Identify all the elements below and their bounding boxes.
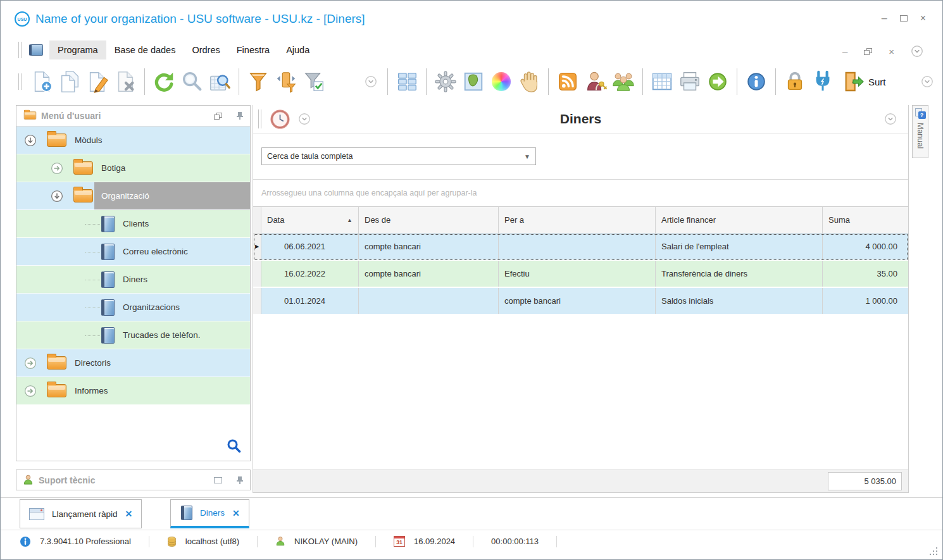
- tree-search-icon[interactable]: [227, 439, 241, 453]
- user-permissions-button[interactable]: [582, 67, 609, 96]
- table-cell[interactable]: 06.06.2021: [261, 233, 359, 259]
- support-panel[interactable]: Suport tècnic: [16, 470, 251, 490]
- column-header-per-a[interactable]: Per a: [499, 207, 656, 233]
- filter-button[interactable]: [244, 67, 272, 96]
- menu-item-base-de-dades[interactable]: Base de dades: [106, 40, 184, 59]
- table-cell[interactable]: [499, 233, 656, 259]
- table-cell[interactable]: 16.02.2022: [261, 261, 359, 287]
- expand-right-icon[interactable]: [24, 385, 37, 397]
- group-by-hint[interactable]: Arrossegueu una columna que encapçala aq…: [253, 180, 908, 206]
- table-cell[interactable]: Transferència de diners: [656, 261, 823, 287]
- tree-item-m-duls[interactable]: Mòduls: [16, 127, 250, 154]
- table-view-button[interactable]: [648, 67, 676, 96]
- add-record-button[interactable]: [28, 67, 56, 96]
- table-cell[interactable]: Efectiu: [499, 261, 656, 287]
- tree-item-organitzacions[interactable]: Organitzacions: [16, 294, 250, 321]
- tiles-icon: [395, 70, 419, 94]
- exit-button[interactable]: Surt: [837, 67, 890, 96]
- table-cell[interactable]: 01.01.2024: [261, 288, 359, 314]
- toolbar-grip[interactable]: [18, 42, 22, 58]
- filter-column-button[interactable]: [272, 67, 300, 96]
- mdi-minimize-button[interactable]: –: [842, 46, 847, 57]
- users-button[interactable]: [609, 67, 637, 96]
- expand-right-icon[interactable]: [51, 162, 63, 175]
- copy-record-button[interactable]: [56, 67, 84, 96]
- tab-close-icon[interactable]: ✕: [125, 509, 133, 519]
- tree-item-correu-electr-nic[interactable]: Correu electrònic: [16, 238, 250, 266]
- expand-right-icon[interactable]: [24, 357, 37, 370]
- block-button[interactable]: [515, 67, 543, 96]
- table-cell[interactable]: compte bancari: [359, 233, 499, 259]
- resize-grip[interactable]: [929, 547, 939, 556]
- tab-llan-ament-r-pid[interactable]: Llançament ràpid✕: [20, 499, 142, 528]
- document-pencil-icon: [85, 70, 109, 94]
- manual-tab[interactable]: ? Manual: [912, 105, 928, 158]
- column-header-des-de[interactable]: Des de: [359, 207, 499, 233]
- table-cell[interactable]: compte bancari: [359, 261, 499, 287]
- connection-button[interactable]: [809, 67, 837, 96]
- edit-record-button[interactable]: [84, 67, 111, 96]
- toolbar-overflow-chevron-icon[interactable]: [921, 75, 934, 88]
- menu-item-programa[interactable]: Programa: [49, 40, 106, 59]
- tab-close-icon[interactable]: ✕: [232, 508, 240, 518]
- table-row[interactable]: 16.02.2022compte bancariEfectiuTransferè…: [253, 261, 908, 288]
- filter-saved-button[interactable]: [300, 67, 328, 96]
- tree-item-directoris[interactable]: Directoris: [16, 349, 250, 377]
- expand-panel-icon[interactable]: [214, 477, 222, 483]
- maximize-button[interactable]: [900, 15, 908, 22]
- print-button[interactable]: [676, 67, 704, 96]
- menu-item-ordres[interactable]: Ordres: [184, 40, 228, 59]
- column-header-suma[interactable]: Suma: [823, 207, 902, 233]
- filter-overflow-chevron-icon[interactable]: [365, 75, 377, 88]
- book-icon: [101, 299, 115, 316]
- menu-item-finestra[interactable]: Finestra: [228, 40, 278, 59]
- pin-icon[interactable]: [236, 476, 244, 485]
- table-cell[interactable]: Saldos inicials: [656, 288, 823, 314]
- menu-item-ajuda[interactable]: Ajuda: [278, 40, 318, 59]
- search-row: Cerca de taula completa ▼: [253, 134, 908, 180]
- close-button[interactable]: ×: [920, 13, 926, 23]
- settings-button[interactable]: [432, 67, 459, 96]
- table-row[interactable]: ▶06.06.2021compte bancariSalari de l'emp…: [253, 233, 908, 261]
- mdi-close-button[interactable]: ×: [889, 46, 894, 57]
- tree-item-organitzaci[interactable]: Organització: [16, 182, 250, 210]
- tree-item-trucades-de-tel-fon[interactable]: Trucades de telèfon.: [16, 321, 250, 349]
- float-panel-icon[interactable]: [214, 113, 222, 120]
- table-cell[interactable]: Salari de l'empleat: [656, 233, 823, 259]
- mdi-restore-button[interactable]: [864, 48, 872, 55]
- module-right-chevron-icon[interactable]: [884, 113, 897, 125]
- table-cell[interactable]: 1 000.00: [823, 288, 902, 314]
- tree-item-clients[interactable]: Clients: [16, 210, 250, 238]
- table-cell[interactable]: 35.00: [823, 261, 902, 287]
- table-cell[interactable]: [359, 288, 499, 314]
- tab-diners[interactable]: Diners✕: [170, 499, 249, 528]
- tree-item-label: Botiga: [94, 154, 250, 182]
- toolbar-grip-2[interactable]: [18, 73, 22, 90]
- go-button[interactable]: [704, 67, 732, 96]
- table-row[interactable]: 01.01.2024compte bancariSaldos inicials1…: [253, 288, 908, 315]
- tree-item-diners[interactable]: Diners: [16, 266, 250, 294]
- full-table-search-select[interactable]: Cerca de taula completa ▼: [261, 147, 536, 165]
- lock-button[interactable]: [781, 67, 809, 96]
- minimize-button[interactable]: –: [882, 13, 887, 23]
- column-header-data[interactable]: Data▲: [261, 207, 359, 233]
- refresh-button[interactable]: [150, 67, 178, 96]
- column-header-article-financer[interactable]: Article financer: [656, 207, 823, 233]
- tree-item-informes[interactable]: Informes: [16, 377, 250, 405]
- windows-layout-button[interactable]: [393, 67, 421, 96]
- search-button[interactable]: [178, 67, 206, 96]
- appearance-button[interactable]: [487, 67, 515, 96]
- delete-record-button[interactable]: [111, 67, 139, 96]
- info-button[interactable]: [742, 67, 770, 96]
- expand-down-icon[interactable]: [51, 190, 63, 202]
- user-menu-tree: MòdulsBotigaOrganitzacióClientsCorreu el…: [16, 127, 250, 405]
- tree-item-botiga[interactable]: Botiga: [16, 154, 250, 182]
- expand-down-icon[interactable]: [24, 134, 37, 147]
- table-cell[interactable]: 4 000.00: [823, 233, 902, 259]
- search-table-button[interactable]: [206, 67, 234, 96]
- menubar-overflow-chevron-icon[interactable]: [911, 45, 923, 58]
- table-cell[interactable]: compte bancari: [499, 288, 656, 314]
- pin-icon[interactable]: [236, 111, 244, 120]
- rss-button[interactable]: [554, 67, 582, 96]
- map-button[interactable]: [459, 67, 487, 96]
